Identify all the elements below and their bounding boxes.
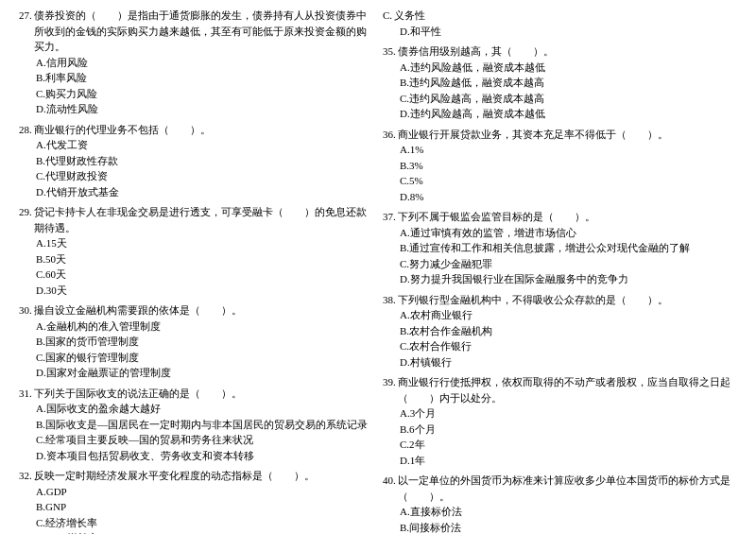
option-item: D.1年 <box>400 453 737 469</box>
option-item: B.农村合作金融机构 <box>400 323 737 339</box>
question-title: 37.下列不属于银监会监管目标的是（ ）。 <box>383 209 737 225</box>
question-title: 31.下列关于国际收支的说法正确的是（ ）。 <box>19 386 373 402</box>
question-num: 27. <box>19 8 32 55</box>
options-list: A.GDPB.GNPC.经济增长率D.GDP增长率 <box>19 484 373 535</box>
option-item: D.国家对金融票证的管理制度 <box>36 365 373 381</box>
page: 27.债券投资的（ ）是指由于通货膨胀的发生，债券持有人从投资债券中所收到的金钱… <box>19 8 737 534</box>
option-item: B.GNP <box>36 499 373 515</box>
question-block: 37.下列不属于银监会监管目标的是（ ）。A.通过审慎有效的监管，增进市场信心B… <box>383 209 737 287</box>
content-columns: 27.债券投资的（ ）是指由于通货膨胀的发生，债券持有人从投资债券中所收到的金钱… <box>19 8 737 534</box>
options-list: A.信用风险B.利率风险C.购买力风险D.流动性风险 <box>19 55 373 117</box>
option-item: A.1% <box>400 142 737 158</box>
option-item: C.努力减少金融犯罪 <box>400 256 737 272</box>
option-item: A.信用风险 <box>36 55 373 71</box>
question-text: 商业银行的代理业务不包括（ ）。 <box>34 122 373 138</box>
question-num: 38. <box>383 292 396 308</box>
question-num: 30. <box>19 302 32 319</box>
question-title: 32.反映一定时期经济发展水平变化程度的动态指标是（ ）。 <box>19 468 373 484</box>
question-block: 31.下列关于国际收支的说法正确的是（ ）。A.国际收支的盈余越大越好B.国际收… <box>19 386 373 464</box>
question-block: 27.债券投资的（ ）是指由于通货膨胀的发生，债券持有人从投资债券中所收到的金钱… <box>19 8 373 117</box>
question-num: 37. <box>383 209 396 225</box>
option-item: B.违约风险越低，融资成本越高 <box>400 75 737 91</box>
option-item: A.GDP <box>36 484 373 500</box>
question-title: 40.以一定单位的外国货币为标准来计算应收多少单位本国货币的标价方式是（ ）。 <box>383 473 737 504</box>
question-num: 32. <box>19 468 32 484</box>
question-title: C.义务性 <box>383 8 737 24</box>
question-title: 29.贷记卡持卡人在非现金交易是进行透支，可享受融卡（ ）的免息还款期待遇。 <box>19 204 373 235</box>
option-item: B.6个月 <box>400 422 737 438</box>
question-num: C. <box>383 8 392 24</box>
question-block: 39.商业银行行使抵押权，依权而取得的不动产或者股权，应当自取得之日起（ ）内于… <box>383 374 737 468</box>
options-list: A.国际收支的盈余越大越好B.国际收支是—国居民在一定时期内与非本国居民的贸易交… <box>19 401 373 463</box>
option-item: B.利率风险 <box>36 70 373 86</box>
question-text: 撮自设立金融机构需要跟的依体是（ ）。 <box>34 302 373 319</box>
option-item: D.流动性风险 <box>36 101 373 117</box>
option-item: B.国际收支是—国居民在一定时期内与非本国居民的贸易交易的系统记录 <box>36 417 373 433</box>
option-item: D.努力提升我国银行业在国际金融服务中的竞争力 <box>400 271 737 287</box>
options-list: A.代发工资B.代理财政性存款C.代理财政投资D.代销开放式基金 <box>19 137 373 199</box>
question-num: 40. <box>383 473 396 504</box>
option-item: A.3个月 <box>400 405 737 422</box>
question-text: 下列银行型金融机构中，不得吸收公众存款的是（ ）。 <box>398 292 737 308</box>
option-item: B.间接标价法 <box>400 520 737 535</box>
question-text: 义务性 <box>394 8 737 24</box>
question-text: 下列关于国际收支的说法正确的是（ ）。 <box>34 386 373 402</box>
option-item: B.通过宣传和工作和相关信息披露，增进公众对现代金融的了解 <box>400 240 737 256</box>
question-title: 30.撮自设立金融机构需要跟的依体是（ ）。 <box>19 302 373 319</box>
question-num: 35. <box>383 43 396 60</box>
question-title: 39.商业银行行使抵押权，依权而取得的不动产或者股权，应当自取得之日起（ ）内于… <box>383 374 737 405</box>
option-item: D.违约风险越高，融资成本越低 <box>400 106 737 122</box>
option-item: D.GDP增长率 <box>36 530 373 534</box>
option-item: D.资本项目包括贸易收支、劳务收支和资本转移 <box>36 448 373 464</box>
question-title: 27.债券投资的（ ）是指由于通货膨胀的发生，债券持有人从投资债券中所收到的金钱… <box>19 8 373 55</box>
option-item: A.通过审慎有效的监管，增进市场信心 <box>400 225 737 241</box>
question-block: 28.商业银行的代理业务不包括（ ）。A.代发工资B.代理财政性存款C.代理财政… <box>19 122 373 200</box>
question-title: 35.债券信用级别越高，其（ ）。 <box>383 43 737 60</box>
option-item: B.国家的货币管理制度 <box>36 334 373 350</box>
option-item: B.代理财政性存款 <box>36 153 373 169</box>
option-item: C.经济增长率 <box>36 515 373 531</box>
question-block: 38.下列银行型金融机构中，不得吸收公众存款的是（ ）。A.农村商业银行B.农村… <box>383 292 737 370</box>
option-item: B.3% <box>400 158 737 174</box>
options-list: A.通过审慎有效的监管，增进市场信心B.通过宣传和工作和相关信息披露，增进公众对… <box>383 225 737 287</box>
option-item: D.代销开放式基金 <box>36 184 373 200</box>
options-list: A.直接标价法B.间接标价法C.收价标价法 <box>383 504 737 534</box>
option-item: C.经常项目主要反映—国的贸易和劳务往来状况 <box>36 432 373 448</box>
question-text: 商业银行开展贷款业务，其资本充足率不得低于（ ）。 <box>398 127 737 143</box>
question-num: 36. <box>383 127 396 143</box>
options-list: D.和平性 <box>383 24 737 40</box>
question-title: 28.商业银行的代理业务不包括（ ）。 <box>19 122 373 138</box>
option-item: A.直接标价法 <box>400 504 737 520</box>
option-item: A.农村商业银行 <box>400 307 737 323</box>
question-text: 下列不属于银监会监管目标的是（ ）。 <box>398 209 737 225</box>
options-list: A.金融机构的准入管理制度B.国家的货币管理制度C.国家的银行管理制度D.国家对… <box>19 319 373 381</box>
option-item: C.违约风险越高，融资成本越高 <box>400 91 737 107</box>
options-list: A.1%B.3%C.5%D.8% <box>383 142 737 204</box>
option-item: D.村镇银行 <box>400 354 737 370</box>
question-num: 39. <box>383 374 396 405</box>
option-item: A.代发工资 <box>36 137 373 153</box>
option-item: D.30天 <box>36 283 373 299</box>
right-column: C.义务性D.和平性35.债券信用级别越高，其（ ）。A.违约风险越低，融资成本… <box>383 8 737 534</box>
option-item: C.购买力风险 <box>36 86 373 102</box>
question-block: 30.撮自设立金融机构需要跟的依体是（ ）。A.金融机构的准入管理制度B.国家的… <box>19 302 373 381</box>
question-block: C.义务性D.和平性 <box>383 8 737 39</box>
question-num: 31. <box>19 386 32 402</box>
option-item: D.8% <box>400 189 737 205</box>
question-block: 36.商业银行开展贷款业务，其资本充足率不得低于（ ）。A.1%B.3%C.5%… <box>383 127 737 205</box>
left-column: 27.债券投资的（ ）是指由于通货膨胀的发生，债券持有人从投资债券中所收到的金钱… <box>19 8 373 534</box>
question-block: 35.债券信用级别越高，其（ ）。A.违约风险越低，融资成本越低B.违约风险越低… <box>383 43 737 122</box>
question-title: 38.下列银行型金融机构中，不得吸收公众存款的是（ ）。 <box>383 292 737 308</box>
options-list: A.3个月B.6个月C.2年D.1年 <box>383 405 737 468</box>
question-text: 商业银行行使抵押权，依权而取得的不动产或者股权，应当自取得之日起（ ）内于以处分… <box>398 374 737 405</box>
question-text: 债券投资的（ ）是指由于通货膨胀的发生，债券持有人从投资债券中所收到的金钱的实际… <box>34 8 373 55</box>
option-item: A.15天 <box>36 235 373 251</box>
option-item: D.和平性 <box>400 24 737 40</box>
option-item: C.2年 <box>400 437 737 453</box>
question-block: 29.贷记卡持卡人在非现金交易是进行透支，可享受融卡（ ）的免息还款期待遇。A.… <box>19 204 373 298</box>
option-item: C.代理财政投资 <box>36 168 373 184</box>
question-block: 40.以一定单位的外国货币为标准来计算应收多少单位本国货币的标价方式是（ ）。A… <box>383 473 737 534</box>
option-item: A.金融机构的准入管理制度 <box>36 319 373 335</box>
question-text: 债券信用级别越高，其（ ）。 <box>398 43 737 60</box>
options-list: A.15天B.50天C.60天D.30天 <box>19 235 373 298</box>
